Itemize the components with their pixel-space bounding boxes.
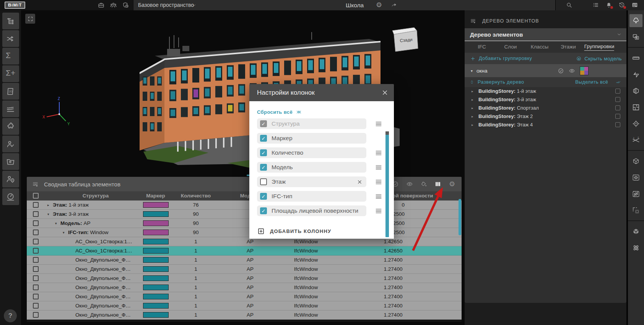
tree-type-selector[interactable]: Дерево элементов	[465, 28, 626, 41]
selection-frames-button[interactable]	[629, 31, 642, 44]
marker-cell[interactable]	[143, 294, 169, 299]
select-all-rows-checkbox[interactable]	[33, 193, 39, 199]
sum-button[interactable]: Σ	[2, 48, 19, 65]
row-checkbox[interactable]	[33, 303, 39, 309]
view-cube[interactable]: Сзади	[390, 26, 424, 58]
row-checkbox[interactable]	[33, 275, 39, 281]
tree-item-chevron-icon[interactable]: ▸	[472, 112, 473, 121]
drag-handle-icon[interactable]	[375, 163, 382, 171]
help-button[interactable]: ?	[4, 309, 17, 322]
expand-tree-icon[interactable]	[469, 79, 475, 85]
column-checkbox[interactable]: ✓	[260, 120, 267, 127]
tree-item-checkbox[interactable]	[615, 114, 620, 119]
connections-button[interactable]	[2, 30, 19, 47]
row-checkbox[interactable]	[33, 220, 39, 226]
share-icon[interactable]	[390, 2, 397, 8]
tree-panel-menu-icon[interactable]	[470, 18, 476, 24]
clear-selection-button[interactable]	[629, 204, 642, 217]
column-checkbox[interactable]: ✓	[260, 193, 267, 200]
table-row[interactable]: АС_Окно_1Створка:1…1АРIfcWindow1.42650	[27, 246, 462, 255]
table-row[interactable]: АС_Окно_1Створка:1…1АРIfcWindow1.42650	[27, 237, 462, 246]
tab-ifc[interactable]: IFC	[478, 44, 486, 51]
fill-color-icon[interactable]	[420, 181, 427, 188]
column-toggle-row[interactable]: Этаж	[257, 176, 366, 187]
list-menu-icon[interactable]	[592, 2, 599, 8]
column-checkbox[interactable]: ✓	[260, 135, 267, 142]
section-flip-button[interactable]	[629, 68, 642, 81]
briefcase-icon[interactable]	[98, 2, 105, 9]
table-row[interactable]: Окно_Двупольное_Ф…1АРIfcWindow1.27400	[27, 274, 462, 283]
frame-focus-button[interactable]	[25, 14, 35, 24]
hide-model-button[interactable]: Скрыть модель	[576, 56, 622, 61]
marker-cell[interactable]	[143, 230, 169, 235]
table-row[interactable]: Окно_Двупольное_Ф…1АРIfcWindow1.27400	[27, 255, 462, 265]
sum-add-button[interactable]: Σ+	[2, 65, 19, 82]
row-checkbox[interactable]	[33, 294, 39, 299]
focus-target-button[interactable]	[629, 117, 642, 130]
column-checkbox[interactable]	[260, 178, 267, 185]
drag-handle-icon[interactable]	[375, 192, 382, 200]
tab-этажи[interactable]: Этажи	[561, 44, 576, 51]
tab-слои[interactable]: Слои	[504, 44, 517, 51]
row-checkbox[interactable]	[33, 239, 39, 244]
tree-item-chevron-icon[interactable]: ▸	[472, 87, 473, 95]
reset-all-button[interactable]: Сбросить всё	[257, 109, 302, 115]
table-row[interactable]: Окно_Двупольное_Ф…1АРIfcWindow1.27400	[27, 301, 462, 310]
column-toggle-row[interactable]: ✓Площадь лицевой поверхности	[257, 205, 366, 216]
show-hidden-button[interactable]	[629, 171, 642, 184]
tree-item[interactable]: ▸BuildingStorey: 3-й этаж	[465, 95, 626, 104]
marker-cell[interactable]	[143, 220, 169, 226]
row-checkbox[interactable]	[33, 211, 39, 217]
notifications-bell-icon[interactable]	[605, 2, 612, 8]
shield-clock-icon[interactable]	[122, 2, 129, 9]
marker-cell[interactable]	[143, 275, 169, 281]
measure-ruler-button[interactable]	[629, 52, 642, 65]
tree-item-checkbox[interactable]	[615, 97, 620, 102]
row-checkbox[interactable]	[33, 248, 39, 254]
tab-группировки[interactable]: Группировки	[584, 44, 614, 51]
marker-cell[interactable]	[143, 248, 169, 254]
dashboard-gauge-button[interactable]	[2, 188, 19, 205]
column-settings-icon[interactable]	[434, 181, 441, 188]
add-grouping-button[interactable]: Добавить группировку	[470, 56, 532, 61]
column-toggle-row[interactable]: ✓Количество	[257, 147, 366, 158]
marker-cell[interactable]	[143, 303, 169, 309]
floor-plan-button[interactable]	[629, 101, 642, 114]
expand-tree-button[interactable]: Развернуть дерево	[478, 79, 524, 85]
drawing-2d-button[interactable]: 2D	[2, 83, 19, 100]
project-import-button[interactable]	[2, 153, 19, 170]
axes-grid-button[interactable]: 12	[629, 134, 642, 147]
solid-view-cube-button[interactable]	[629, 225, 642, 238]
table-row[interactable]: Окно_Двупольное_Ф…1АРIfcWindow1.27400	[27, 265, 462, 274]
marker-cell[interactable]	[143, 285, 169, 290]
drag-handle-icon[interactable]	[375, 207, 382, 215]
remove-column-icon[interactable]	[357, 179, 363, 185]
row-expand-chevron[interactable]: ▾	[55, 219, 57, 228]
tree-item[interactable]: ▸BuildingStorey: Спортзал	[465, 104, 626, 112]
user-location-button[interactable]	[2, 171, 19, 188]
table-row[interactable]: ▾IFC-тип: Window902500	[27, 228, 462, 237]
row-checkbox[interactable]	[33, 202, 39, 208]
bimit-logo[interactable]: BiMiT	[5, 2, 25, 9]
column-checkbox[interactable]: ✓	[260, 164, 267, 171]
row-expand-chevron[interactable]: ▾	[63, 228, 65, 237]
row-checkbox[interactable]	[33, 257, 39, 263]
marker-cell[interactable]	[143, 312, 169, 318]
row-checkbox[interactable]	[33, 266, 39, 272]
model-tree-button[interactable]	[2, 13, 19, 29]
project-settings-gear-icon[interactable]: ⚙	[376, 2, 382, 8]
marker-cell[interactable]	[143, 239, 169, 244]
row-expand-chevron[interactable]: ▸	[47, 200, 49, 210]
visibility-eye-icon[interactable]	[406, 181, 413, 188]
drag-handle-icon[interactable]	[375, 178, 382, 186]
tree-item-chevron-icon[interactable]: ▸	[472, 121, 473, 129]
marker-cell[interactable]	[143, 266, 169, 272]
modal-close-icon[interactable]	[381, 89, 389, 96]
drag-handle-icon[interactable]	[375, 120, 382, 128]
column-checkbox[interactable]: ✓	[260, 149, 267, 156]
row-checkbox[interactable]	[33, 285, 39, 290]
tree-item-checkbox[interactable]	[615, 105, 620, 110]
tree-item[interactable]: ▸BuildingStorey: 1-й этаж	[465, 87, 626, 95]
select-all-button[interactable]: Выделить всё	[575, 79, 621, 85]
row-expand-chevron[interactable]: ▾	[47, 210, 49, 219]
